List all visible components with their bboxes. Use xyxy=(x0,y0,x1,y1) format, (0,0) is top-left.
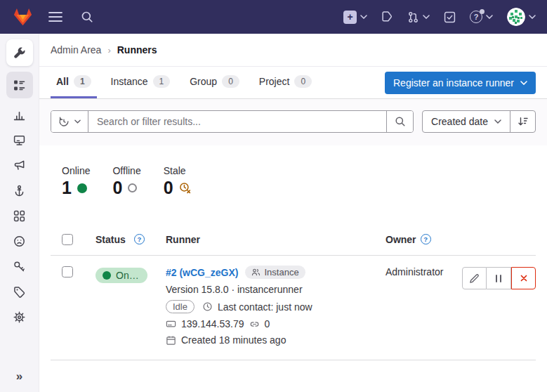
tab-group-label: Group xyxy=(190,76,217,87)
search-input[interactable] xyxy=(88,111,386,132)
close-x-icon xyxy=(519,273,529,283)
online-dot-icon xyxy=(103,271,111,280)
sidebar-item-system-hooks[interactable] xyxy=(6,178,33,202)
gitlab-logo[interactable] xyxy=(11,6,34,28)
status-offline-icon xyxy=(128,183,137,192)
gitlab-tanuki-icon xyxy=(13,8,33,27)
job-state-badge: Idle xyxy=(166,300,195,313)
table-header: Status ? Runner Owner ? xyxy=(51,223,536,256)
tab-instance[interactable]: Instance 1 xyxy=(105,67,176,98)
monitor-icon xyxy=(13,134,25,146)
chevron-down-icon xyxy=(494,119,501,124)
sidebar-expand-button[interactable]: » xyxy=(9,367,29,385)
stat-stale-value: 0 xyxy=(164,178,173,198)
sidebar-item-messages[interactable] xyxy=(6,153,33,177)
help-icon-wrap: ? xyxy=(470,11,482,23)
breadcrumb: Admin Area › Runners xyxy=(39,34,547,67)
main-content: Admin Area › Runners All 1 Instance 1 Gr… xyxy=(39,34,547,392)
status-badge: Online xyxy=(95,268,147,283)
merge-requests-button[interactable] xyxy=(407,11,430,23)
search-icon xyxy=(395,116,406,127)
sidebar-item-abuse-reports[interactable] xyxy=(6,229,33,253)
double-chevron-right-icon: » xyxy=(16,370,22,383)
last-contact-text: Last contact: just now xyxy=(218,301,312,313)
clock-icon xyxy=(202,301,213,312)
tab-project-label: Project xyxy=(259,76,290,87)
column-status-label: Status xyxy=(95,234,126,245)
stat-stale: Stale 0 xyxy=(164,165,192,223)
sort-controls: Created date xyxy=(422,110,536,133)
sort-by-dropdown[interactable]: Created date xyxy=(423,111,510,132)
stale-clock-icon xyxy=(179,182,192,195)
stat-online: Online 1 xyxy=(62,165,90,223)
breadcrumb-separator: › xyxy=(107,45,110,55)
topbar-left xyxy=(11,6,98,28)
pause-runner-button[interactable] xyxy=(487,267,511,289)
tab-project-count: 0 xyxy=(294,75,312,88)
avatar xyxy=(507,8,525,26)
register-runner-button[interactable]: Register an instance runner xyxy=(385,72,536,94)
status-help-icon[interactable]: ? xyxy=(134,234,145,244)
select-all-checkbox[interactable] xyxy=(62,234,73,245)
help-menu-button[interactable]: ? xyxy=(470,11,493,23)
runner-stats: Online 1 Offline 0 Stale 0 xyxy=(39,145,547,223)
issues-icon xyxy=(381,11,393,23)
stat-offline: Offline 0 xyxy=(112,165,140,223)
table-row: Online #2 (wCG_zeGX) Instance xyxy=(51,256,536,360)
sidebar-item-deploy-keys[interactable] xyxy=(6,254,33,278)
sort-by-label: Created date xyxy=(431,116,488,127)
tab-group[interactable]: Group 0 xyxy=(184,67,245,98)
new-menu-button[interactable]: + xyxy=(343,11,367,24)
stat-offline-label: Offline xyxy=(112,165,140,176)
todos-button[interactable] xyxy=(444,11,456,23)
chevron-down-icon xyxy=(486,15,493,19)
gitlab-admin-runners-page: + xyxy=(0,0,547,392)
register-runner-label: Register an instance runner xyxy=(393,77,514,89)
sidebar-item-analytics[interactable] xyxy=(6,103,33,126)
column-runner-label: Runner xyxy=(166,234,200,245)
sidebar-item-applications[interactable] xyxy=(6,204,33,228)
frown-face-icon xyxy=(13,235,25,247)
sidebar-item-admin-area[interactable] xyxy=(6,39,33,66)
top-navbar: + xyxy=(0,0,547,34)
tab-project[interactable]: Project 0 xyxy=(253,67,317,98)
sidebar-item-labels[interactable] xyxy=(6,280,33,303)
wrench-icon xyxy=(13,47,25,59)
row-checkbox[interactable] xyxy=(62,266,73,277)
todo-checkbox-icon xyxy=(444,11,456,23)
sort-descending-icon xyxy=(518,116,529,127)
stat-offline-value: 0 xyxy=(112,178,122,198)
search-history-dropdown[interactable] xyxy=(51,111,88,132)
overview-list-icon xyxy=(13,79,25,91)
stat-online-value: 1 xyxy=(62,178,72,198)
tab-all[interactable]: All 1 xyxy=(51,67,97,98)
plus-icon: + xyxy=(343,11,357,24)
hamburger-menu-button[interactable] xyxy=(44,7,67,27)
runner-ip-text: 139.144.53.79 xyxy=(181,318,244,329)
sidebar-item-settings[interactable] xyxy=(6,305,33,329)
pencil-icon xyxy=(469,273,480,284)
tab-instance-count: 1 xyxy=(153,75,171,88)
issues-button[interactable] xyxy=(381,11,393,23)
owner-help-icon[interactable]: ? xyxy=(421,234,431,244)
sidebar-item-overview[interactable] xyxy=(6,72,33,98)
edit-runner-button[interactable] xyxy=(462,267,487,289)
stat-online-label: Online xyxy=(62,165,90,176)
breadcrumb-admin-area[interactable]: Admin Area xyxy=(51,44,101,55)
global-search-button[interactable] xyxy=(77,6,98,27)
user-menu-button[interactable] xyxy=(507,8,536,26)
tab-all-label: All xyxy=(56,76,69,87)
delete-runner-button[interactable] xyxy=(511,267,536,289)
stat-stale-label: Stale xyxy=(164,165,192,176)
history-clock-icon xyxy=(58,116,70,127)
search-submit-button[interactable] xyxy=(386,111,413,132)
runner-link[interactable]: #2 (wCG_zeGX) xyxy=(166,267,238,278)
search-icon xyxy=(81,11,93,23)
runner-type-label: Instance xyxy=(264,267,298,277)
column-owner-label: Owner xyxy=(385,234,416,245)
calendar-icon xyxy=(166,335,176,346)
hamburger-icon xyxy=(48,11,62,22)
runner-type-tabs: All 1 Instance 1 Group 0 Project 0 Regis… xyxy=(39,67,547,99)
sidebar-item-monitoring[interactable] xyxy=(6,128,33,152)
sort-direction-button[interactable] xyxy=(510,111,535,132)
